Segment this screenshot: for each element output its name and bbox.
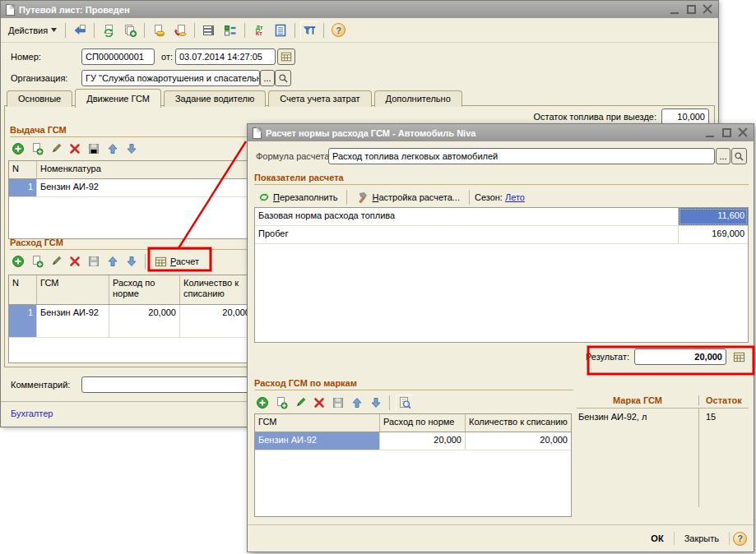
show-remainders-button[interactable] <box>395 394 415 412</box>
fuel-remainder-input[interactable]: 10,000 <box>661 108 709 125</box>
set-marks-button[interactable] <box>220 21 240 40</box>
move-up-button[interactable] <box>349 395 365 411</box>
edit-row-button[interactable] <box>292 395 308 411</box>
move-down-button[interactable] <box>368 395 384 411</box>
ellipsis-icon: ... <box>719 151 726 161</box>
season-link[interactable]: Лето <box>505 192 525 202</box>
actions-label: Действия <box>8 25 48 35</box>
ok-button[interactable]: ОК <box>644 532 670 545</box>
brand-cell: Бензин АИ-92, л <box>577 409 698 507</box>
delete-row-button[interactable] <box>67 141 83 157</box>
calendar-button[interactable] <box>277 48 295 65</box>
edit-row-button[interactable] <box>48 141 64 157</box>
help-icon: ? <box>336 25 341 35</box>
main-window-title: Путевой лист: Проведен <box>19 5 666 15</box>
indicator-name-cell: Базовая норма расхода топлива <box>255 208 679 225</box>
indicator-row[interactable]: Базовая норма расхода топлива 11,600 <box>255 208 748 226</box>
journal-button[interactable] <box>271 21 290 40</box>
table-row[interactable]: Бензин АИ-92 20,000 20,000 <box>255 432 571 450</box>
copy-row-button[interactable] <box>29 141 45 157</box>
date-input[interactable]: 03.07.2014 14:27:05 <box>175 48 276 65</box>
main-titlebar[interactable]: Путевой лист: Проведен <box>1 1 718 18</box>
dialog-footer: ОК Закрыть ? <box>248 524 754 552</box>
move-up-button[interactable] <box>104 253 121 270</box>
minimize-icon[interactable] <box>705 128 716 137</box>
tab-scheta-ucheta-zatrat[interactable]: Счета учета затрат <box>268 90 371 107</box>
calculate-button[interactable]: Расчет <box>151 254 203 270</box>
calc-dialog: Расчет нормы расхода ГСМ - Автомобиль Ni… <box>247 123 754 552</box>
end-edit-button[interactable] <box>86 141 102 157</box>
post-document-icon <box>152 24 165 37</box>
post-document-button[interactable] <box>149 21 169 40</box>
tab-osnovnye[interactable]: Основные <box>7 90 72 107</box>
list-structure-button[interactable] <box>199 21 219 40</box>
tab-dopolnitelno[interactable]: Дополнительно <box>374 90 462 107</box>
copy-row-button[interactable] <box>29 253 45 270</box>
calculator-icon <box>155 256 167 268</box>
set-marks-icon <box>224 24 237 37</box>
maximize-icon[interactable] <box>721 128 732 137</box>
calc-settings-label: Настройка расчета... <box>372 192 460 202</box>
writeoff-cell: 20,000 <box>180 305 254 337</box>
indicator-row[interactable]: Пробег 169,000 <box>255 226 748 244</box>
filter-icon <box>303 24 316 37</box>
post-and-close-button[interactable] <box>70 21 90 40</box>
close-icon[interactable] <box>738 128 749 137</box>
copy-button[interactable] <box>120 21 140 40</box>
refill-button[interactable]: Перезаполнить <box>254 190 341 205</box>
delete-row-button[interactable] <box>67 253 83 270</box>
calculate-label: Расчет <box>170 256 199 266</box>
calc-settings-button[interactable]: Настройка расчета... <box>352 190 464 205</box>
indicator-value-cell[interactable]: 11,600 <box>679 208 748 225</box>
column-header-writeoff: Количество к списанию <box>466 414 571 432</box>
formula-open-button[interactable] <box>731 148 747 164</box>
organization-select-button[interactable]: ... <box>260 70 275 86</box>
dialog-titlebar[interactable]: Расчет нормы расхода ГСМ - Автомобиль Ni… <box>248 124 754 141</box>
ellipsis-icon: ... <box>263 73 271 83</box>
indicators-toolbar: Перезаполнить Настройка расчета... Сезон… <box>254 187 525 207</box>
column-header-writeoff: Количество к списанию <box>180 275 254 304</box>
number-input[interactable]: СП000000001 <box>81 48 155 65</box>
responsible-user-link[interactable]: Бухгалтер <box>11 409 53 418</box>
move-down-button[interactable] <box>123 141 140 157</box>
end-edit-button[interactable] <box>86 253 102 270</box>
edit-row-button[interactable] <box>48 253 64 270</box>
tab-zadanie-voditelyu[interactable]: Задание водителю <box>164 90 266 107</box>
formula-label: Формула расчета: <box>256 148 332 164</box>
organization-input[interactable]: ГУ "Служба пожаротушения и спасательн <box>81 70 260 86</box>
maximize-icon[interactable] <box>686 5 697 14</box>
formula-input[interactable]: Расход топлива легковых автомобилей <box>328 148 715 164</box>
add-row-button[interactable] <box>10 253 26 270</box>
end-edit-button[interactable] <box>330 395 346 411</box>
brand-remainders-panel: Марка ГСМ Остаток Бензин АИ-92, л 15 <box>577 395 749 507</box>
calendar-icon <box>281 51 292 62</box>
move-up-button[interactable] <box>104 141 121 157</box>
tab-dvizhenie-gsm[interactable]: Движение ГСМ <box>75 89 161 108</box>
column-header-norm: Расход по норме <box>109 275 180 304</box>
debit-credit-button[interactable]: ДтКт <box>249 21 269 40</box>
column-header-gsm: ГСМ <box>37 275 109 304</box>
indicator-value-cell[interactable]: 169,000 <box>679 226 748 243</box>
refresh-button[interactable] <box>99 21 118 40</box>
result-input[interactable]: 20,000 <box>634 349 726 365</box>
help-button[interactable]: ? <box>332 23 346 37</box>
add-row-button[interactable] <box>10 141 26 157</box>
move-down-button[interactable] <box>123 253 140 270</box>
copy-row-button[interactable] <box>273 395 290 411</box>
dialog-help-button[interactable]: ? <box>733 532 747 546</box>
close-button[interactable]: Закрыть <box>678 532 726 545</box>
brand-remainder-row: Бензин АИ-92, л 15 <box>577 409 749 507</box>
filter-button[interactable] <box>299 21 319 40</box>
date-label: от: <box>161 48 173 65</box>
formula-select-button[interactable]: ... <box>716 148 730 164</box>
actions-menu-button[interactable]: Действия <box>4 24 61 37</box>
organization-open-button[interactable] <box>275 70 291 86</box>
result-calc-button[interactable] <box>731 349 747 365</box>
season-label: Сезон: <box>475 191 503 204</box>
close-icon[interactable] <box>703 5 713 14</box>
add-row-button[interactable] <box>254 395 271 411</box>
unpost-document-button[interactable] <box>170 21 190 40</box>
norm-cell: 20,000 <box>109 305 180 337</box>
minimize-icon[interactable] <box>670 5 680 14</box>
delete-row-button[interactable] <box>311 395 327 411</box>
